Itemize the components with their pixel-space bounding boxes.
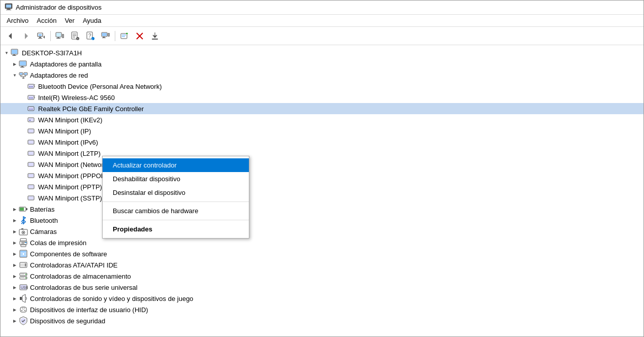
expand-icon-seguridad: [11, 317, 19, 325]
svg-marker-40: [153, 36, 157, 38]
svg-rect-100: [21, 228, 23, 229]
ctx-desinstalar[interactable]: Desinstalar el dispositivo: [103, 186, 249, 199]
menu-ver[interactable]: Ver: [60, 16, 79, 25]
download-button[interactable]: [148, 29, 162, 43]
tree-node-baterias[interactable]: Baterías: [1, 204, 643, 215]
svg-rect-77: [29, 120, 30, 121]
camaras-label: Cámaras: [30, 228, 57, 235]
tree-node-ata[interactable]: Controladoras ATA/ATAPI IDE: [1, 259, 643, 271]
tree-node-adaptadores-red[interactable]: Adaptadores de red: [1, 70, 643, 81]
network-adapter-icon: [19, 71, 28, 80]
ctx-buscar[interactable]: Buscar cambios de hardware: [103, 204, 249, 218]
tree-node-wan-netmon[interactable]: WAN Miniport (Network Monitor): [1, 159, 643, 170]
ctx-propiedades[interactable]: Propiedades: [103, 222, 249, 236]
ctx-actualizar[interactable]: Actualizar controlador: [103, 158, 249, 172]
svg-rect-73: [29, 109, 30, 110]
scan-button[interactable]: [117, 29, 132, 43]
expand-icon-componentes: [11, 250, 19, 258]
tree-node-hid[interactable]: Dispositivos de interfaz de usuario (HID…: [1, 304, 643, 315]
svg-rect-128: [22, 307, 24, 309]
svg-rect-110: [24, 253, 26, 255]
tree-node-intel-wireless[interactable]: Intel(R) Wireless-AC 9560: [1, 92, 643, 103]
realtek-icon: [27, 104, 36, 113]
svg-rect-8: [39, 37, 41, 38]
usb-label: Controladoras de bus serie universal: [30, 284, 138, 291]
baterias-label: Baterías: [30, 206, 54, 213]
network-card-icon: [27, 82, 36, 91]
expand-spacer: [19, 82, 27, 90]
svg-rect-41: [152, 39, 158, 40]
back-button[interactable]: [4, 29, 18, 43]
svg-rect-14: [56, 38, 60, 39]
expand-icon-root: [3, 49, 11, 57]
svg-rect-61: [29, 86, 30, 87]
tree-node-componentes[interactable]: Componentes de software: [1, 248, 643, 259]
tree-node-adaptadores-pantalla[interactable]: Adaptadores de pantalla: [1, 58, 643, 70]
sound-icon: [19, 294, 28, 303]
tree-node-bluetooth[interactable]: Bluetooth: [1, 215, 643, 226]
tree-node-wan-l2tp[interactable]: WAN Miniport (L2TP): [1, 148, 643, 159]
tree-node-bluetooth-device[interactable]: Bluetooth Device (Personal Area Network): [1, 81, 643, 92]
svg-rect-2: [7, 9, 10, 10]
svg-rect-127: [20, 307, 26, 312]
menu-archivo[interactable]: Archivo: [3, 16, 33, 25]
separator-2: [115, 31, 115, 41]
wan-icon-1: [27, 115, 36, 124]
svg-rect-34: [122, 35, 126, 36]
tree-node-wan-ipv6[interactable]: WAN Miniport (IPv6): [1, 137, 643, 148]
help-button[interactable]: ? i: [83, 29, 98, 43]
tree-node-colas[interactable]: Colas de impresión: [1, 237, 643, 248]
tree-node-wan-ikev2[interactable]: WAN Miniport (IKEv2): [1, 114, 643, 125]
svg-point-99: [23, 232, 24, 233]
svg-rect-85: [28, 163, 34, 166]
svg-rect-51: [20, 73, 22, 75]
svg-rect-44: [13, 54, 15, 55]
svg-rect-7: [39, 34, 42, 36]
main-window: Administrador de dispositivos Archivo Ac…: [0, 0, 644, 337]
tree-node-wan-sstp[interactable]: WAN Miniport (SSTP): [1, 192, 643, 204]
camera-icon: [19, 227, 28, 236]
expand-icon-camaras: [11, 227, 19, 235]
tree-node-realtek[interactable]: Realtek PCIe GbE Family Controller: [1, 103, 643, 114]
uninstall-button[interactable]: [133, 29, 147, 43]
title-bar: Administrador de dispositivos: [1, 1, 643, 15]
tree-node-root[interactable]: DESKTOP-S3I7A1H: [1, 47, 643, 58]
content-area: DESKTOP-S3I7A1H Adaptadores de pantalla: [1, 45, 643, 336]
tree-node-camaras[interactable]: Cámaras: [1, 226, 643, 237]
bluetooth-device-label: Bluetooth Device (Personal Area Network): [38, 83, 162, 90]
wan-pppoe-label: WAN Miniport (PPPOE): [38, 172, 108, 180]
svg-rect-126: [20, 297, 22, 300]
title-bar-text: Administrador de dispositivos: [16, 4, 102, 11]
printer-icon: [19, 238, 28, 247]
root-label: DESKTOP-S3I7A1H: [22, 49, 82, 57]
intel-wireless-label: Intel(R) Wireless-AC 9560: [38, 94, 115, 102]
wan-l2tp-label: WAN Miniport (L2TP): [38, 150, 101, 157]
seguridad-label: Dispositivos de seguridad: [30, 317, 105, 325]
tree-node-seguridad[interactable]: Dispositivos de seguridad: [1, 315, 643, 326]
show-hide-button[interactable]: [53, 29, 67, 43]
up-button[interactable]: [34, 29, 48, 43]
svg-rect-91: [28, 196, 34, 199]
tree-node-wan-pptp[interactable]: WAN Miniport (PPTP): [1, 181, 643, 192]
update-button[interactable]: [99, 29, 113, 43]
forward-button[interactable]: [19, 29, 33, 43]
expand-icon-ata: [11, 261, 19, 269]
ata-icon: [19, 260, 28, 269]
tree-node-wan-pppoe[interactable]: WAN Miniport (PPPOE): [1, 170, 643, 181]
ctx-deshabilitar[interactable]: Deshabilitar dispositivo: [103, 172, 249, 186]
menu-ayuda[interactable]: Ayuda: [79, 16, 106, 25]
wan-ipv6-label: WAN Miniport (IPv6): [38, 139, 98, 146]
tree-node-almacenamiento[interactable]: Controladoras de almacenamiento: [1, 271, 643, 282]
svg-rect-76: [28, 118, 34, 121]
svg-rect-67: [29, 97, 30, 98]
computer-icon: [11, 48, 20, 57]
componentes-label: Componentes de software: [30, 250, 107, 258]
expand-spacer: [19, 127, 27, 135]
tree-node-usb[interactable]: USB Controladoras de bus serie universal: [1, 282, 643, 293]
menu-accion[interactable]: Acción: [33, 16, 60, 25]
expand-icon-bluetooth: [11, 216, 19, 224]
wan-icon-8: [27, 193, 36, 203]
tree-node-wan-ip[interactable]: WAN Miniport (IP): [1, 125, 643, 137]
tree-node-sonido[interactable]: Controladoras de sonido y vídeo y dispos…: [1, 293, 643, 304]
properties-button[interactable]: ?: [68, 29, 82, 43]
